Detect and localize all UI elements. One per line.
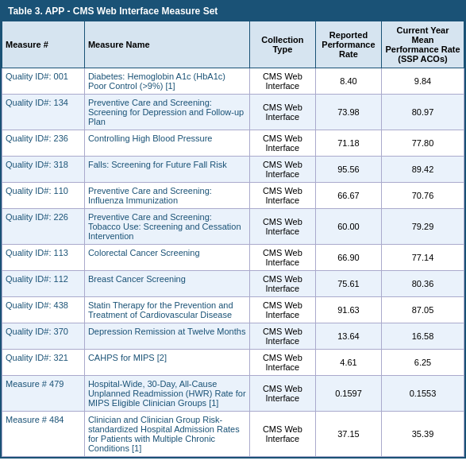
cell-current-year: 70.76 [382, 183, 464, 209]
cell-reported-performance: 60.00 [315, 209, 381, 245]
cell-measure-name: Clinician and Clinician Group Risk-stand… [84, 412, 249, 457]
cell-current-year: 77.14 [382, 245, 464, 271]
table-row: Quality ID#: 113Colorectal Cancer Screen… [2, 245, 464, 271]
cell-reported-performance: 4.61 [315, 350, 381, 376]
cell-collection-type: CMS Web Interface [249, 95, 315, 130]
table-row: Quality ID#: 001Diabetes: Hemoglobin A1c… [2, 68, 464, 95]
cell-measure-num: Measure # 484 [2, 412, 85, 457]
table-row: Quality ID#: 226Preventive Care and Scre… [2, 209, 464, 245]
cell-measure-name: Diabetes: Hemoglobin A1c (HbA1c) Poor Co… [84, 68, 249, 95]
cell-current-year: 77.80 [382, 130, 464, 157]
table-row: Measure # 479Hospital-Wide, 30-Day, All-… [2, 376, 464, 412]
cell-measure-num: Quality ID#: 370 [2, 323, 85, 350]
cell-collection-type: CMS Web Interface [249, 209, 315, 245]
cell-collection-type: CMS Web Interface [249, 376, 315, 412]
table-row: Quality ID#: 321CAHPS for MIPS [2]CMS We… [2, 350, 464, 376]
header-collection-type: Collection Type [249, 21, 315, 68]
cell-current-year: 35.39 [382, 412, 464, 457]
cell-measure-num: Quality ID#: 113 [2, 245, 85, 271]
cell-current-year: 6.25 [382, 350, 464, 376]
cell-collection-type: CMS Web Interface [249, 130, 315, 157]
table-container: Table 3. APP - CMS Web Interface Measure… [0, 0, 466, 459]
cell-collection-type: CMS Web Interface [249, 323, 315, 350]
cell-reported-performance: 8.40 [315, 68, 381, 95]
cell-measure-name: Controlling High Blood Pressure [84, 130, 249, 157]
cell-measure-num: Quality ID#: 134 [2, 95, 85, 130]
cell-collection-type: CMS Web Interface [249, 157, 315, 183]
cell-collection-type: CMS Web Interface [249, 271, 315, 297]
cell-measure-num: Measure # 479 [2, 376, 85, 412]
header-reported-performance: Reported Performance Rate [315, 21, 381, 68]
cell-measure-name: Preventive Care and Screening: Tobacco U… [84, 209, 249, 245]
cell-measure-num: Quality ID#: 226 [2, 209, 85, 245]
cell-reported-performance: 66.67 [315, 183, 381, 209]
table-title: Table 3. APP - CMS Web Interface Measure… [2, 2, 464, 21]
table-row: Measure # 484Clinician and Clinician Gro… [2, 412, 464, 457]
cell-reported-performance: 0.1597 [315, 376, 381, 412]
cell-measure-name: Preventive Care and Screening: Screening… [84, 95, 249, 130]
cell-measure-num: Quality ID#: 001 [2, 68, 85, 95]
cell-measure-num: Quality ID#: 112 [2, 271, 85, 297]
cell-collection-type: CMS Web Interface [249, 245, 315, 271]
cell-current-year: 9.84 [382, 68, 464, 95]
cell-current-year: 80.97 [382, 95, 464, 130]
cell-reported-performance: 73.98 [315, 95, 381, 130]
cell-collection-type: CMS Web Interface [249, 297, 315, 323]
cell-measure-name: Colorectal Cancer Screening [84, 245, 249, 271]
header-current-year: Current Year Mean Performance Rate (SSP … [382, 21, 464, 68]
cell-current-year: 79.29 [382, 209, 464, 245]
cell-measure-num: Quality ID#: 236 [2, 130, 85, 157]
cell-measure-name: Breast Cancer Screening [84, 271, 249, 297]
cell-measure-name: Statin Therapy for the Prevention and Tr… [84, 297, 249, 323]
cell-measure-num: Quality ID#: 318 [2, 157, 85, 183]
cell-measure-name: Falls: Screening for Future Fall Risk [84, 157, 249, 183]
cell-reported-performance: 37.15 [315, 412, 381, 457]
cell-measure-name: Depression Remission at Twelve Months [84, 323, 249, 350]
cell-measure-name: CAHPS for MIPS [2] [84, 350, 249, 376]
header-measure-num: Measure # [2, 21, 85, 68]
cell-reported-performance: 66.90 [315, 245, 381, 271]
cell-reported-performance: 13.64 [315, 323, 381, 350]
cell-reported-performance: 91.63 [315, 297, 381, 323]
cell-measure-num: Quality ID#: 321 [2, 350, 85, 376]
cell-collection-type: CMS Web Interface [249, 350, 315, 376]
cell-current-year: 87.05 [382, 297, 464, 323]
cell-current-year: 80.36 [382, 271, 464, 297]
cell-measure-name: Preventive Care and Screening: Influenza… [84, 183, 249, 209]
cell-measure-num: Quality ID#: 438 [2, 297, 85, 323]
cell-current-year: 0.1553 [382, 376, 464, 412]
table-row: Quality ID#: 370Depression Remission at … [2, 323, 464, 350]
table-row: Quality ID#: 134Preventive Care and Scre… [2, 95, 464, 130]
data-table: Measure # Measure Name Collection Type R… [2, 21, 464, 457]
cell-reported-performance: 95.56 [315, 157, 381, 183]
cell-current-year: 16.58 [382, 323, 464, 350]
table-row: Quality ID#: 112Breast Cancer ScreeningC… [2, 271, 464, 297]
cell-measure-name: Hospital-Wide, 30-Day, All-Cause Unplann… [84, 376, 249, 412]
cell-current-year: 89.42 [382, 157, 464, 183]
cell-reported-performance: 75.61 [315, 271, 381, 297]
header-measure-name: Measure Name [84, 21, 249, 68]
cell-collection-type: CMS Web Interface [249, 68, 315, 95]
cell-reported-performance: 71.18 [315, 130, 381, 157]
table-row: Quality ID#: 438Statin Therapy for the P… [2, 297, 464, 323]
cell-collection-type: CMS Web Interface [249, 183, 315, 209]
cell-collection-type: CMS Web Interface [249, 412, 315, 457]
table-row: Quality ID#: 236Controlling High Blood P… [2, 130, 464, 157]
table-row: Quality ID#: 110Preventive Care and Scre… [2, 183, 464, 209]
cell-measure-num: Quality ID#: 110 [2, 183, 85, 209]
table-row: Quality ID#: 318Falls: Screening for Fut… [2, 157, 464, 183]
